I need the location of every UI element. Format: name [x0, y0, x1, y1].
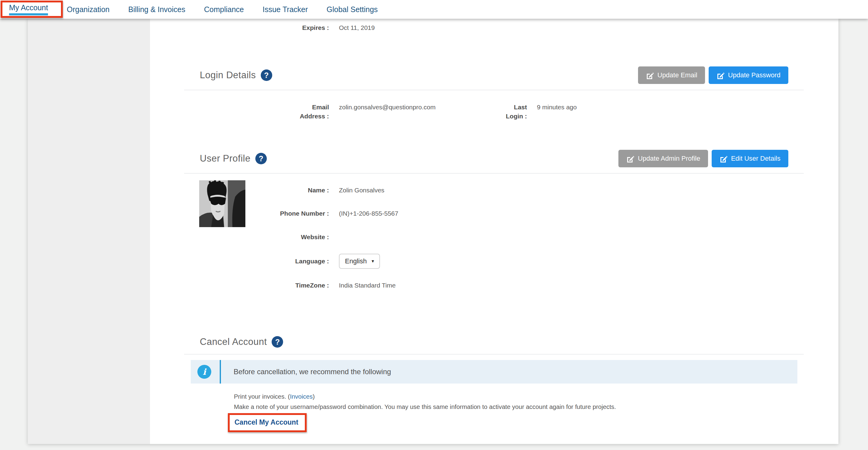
question-circle-icon[interactable]: ? — [272, 336, 283, 348]
update-admin-profile-button[interactable]: Update Admin Profile — [618, 150, 708, 167]
tab-organization-label: Organization — [67, 5, 110, 14]
settings-sidebar — [28, 19, 150, 444]
email-address-label: Email Address : — [200, 103, 329, 121]
cancel-account-header: Cancel Account ? — [200, 333, 788, 351]
my-account-content: Expires : Oct 11, 2019 Login Details ? U… — [150, 19, 838, 444]
timezone-value: India Standard Time — [339, 281, 788, 290]
tab-compliance[interactable]: Compliance — [204, 0, 244, 19]
language-label: Language : — [200, 257, 329, 266]
phone-number-label: Phone Number : — [200, 209, 329, 218]
user-profile-title: User Profile — [200, 153, 250, 164]
edit-user-details-label: Edit User Details — [731, 155, 780, 162]
login-details-fields: Email Address : zolin.gonsalves@question… — [200, 103, 788, 121]
name-row: Name : Zolin Gonsalves — [200, 186, 788, 195]
chevron-down-icon: ▾ — [372, 257, 374, 266]
print-invoices-text: Print your invoices. ( — [234, 393, 290, 400]
login-details-header: Login Details ? Update Email — [200, 66, 788, 84]
cancellation-info-bar: i Before cancellation, we recommend the … — [191, 360, 797, 384]
login-details-divider — [184, 90, 804, 90]
edit-user-details-button[interactable]: Edit User Details — [712, 150, 788, 167]
user-profile-divider — [184, 173, 804, 174]
tab-compliance-label: Compliance — [204, 5, 244, 14]
user-profile-header: User Profile ? Update Admin Profile — [200, 150, 788, 168]
update-admin-profile-label: Update Admin Profile — [638, 155, 700, 162]
tab-billing-invoices-label: Billing & Invoices — [128, 5, 185, 14]
update-email-button[interactable]: Update Email — [638, 66, 705, 84]
expires-value: Oct 11, 2019 — [339, 23, 788, 32]
question-circle-icon[interactable]: ? — [255, 153, 267, 164]
tab-global-settings[interactable]: Global Settings — [327, 0, 378, 19]
cancel-my-account-link[interactable]: Cancel My Account — [235, 418, 298, 426]
name-label: Name : — [200, 186, 329, 195]
timezone-row: TimeZone : India Standard Time — [200, 281, 788, 290]
cancellation-recommendations: Print your invoices. (Invoices) Make a n… — [234, 391, 616, 412]
edit-pencil-square-icon — [646, 71, 654, 79]
website-label: Website : — [200, 233, 329, 242]
language-dropdown-value: English — [345, 257, 367, 266]
website-row: Website : — [200, 233, 788, 242]
username-password-note: Make a note of your username/password co… — [234, 402, 616, 412]
timezone-label: TimeZone : — [200, 281, 329, 290]
update-email-label: Update Email — [657, 71, 697, 79]
edit-pencil-square-icon — [716, 71, 724, 79]
cancel-account-divider — [184, 354, 804, 355]
question-circle-icon[interactable]: ? — [261, 69, 272, 81]
info-bar-heading: Before cancellation, we recommend the fo… — [234, 367, 391, 376]
tab-my-account-label: My Account — [9, 3, 48, 16]
phone-number-value: (IN)+1-206-855-5567 — [339, 209, 788, 218]
phone-row: Phone Number : (IN)+1-206-855-5567 — [200, 209, 788, 218]
license-expires-row: Expires : Oct 11, 2019 — [200, 23, 788, 32]
update-password-label: Update Password — [728, 71, 780, 79]
settings-panel: Expires : Oct 11, 2019 Login Details ? U… — [28, 19, 838, 444]
language-dropdown[interactable]: English ▾ — [339, 254, 380, 269]
tab-issue-tracker[interactable]: Issue Tracker — [262, 0, 308, 19]
info-circle-icon: i — [197, 365, 211, 379]
language-row: Language : English ▾ — [200, 254, 788, 269]
tab-issue-tracker-label: Issue Tracker — [262, 5, 308, 14]
email-address-value: zolin.gonsalves@questionpro.com — [339, 103, 469, 112]
last-login-label: Last Login : — [479, 103, 527, 121]
invoices-link[interactable]: Invoices — [290, 393, 313, 400]
print-invoices-text-suffix: ) — [313, 393, 315, 400]
edit-pencil-square-icon — [719, 155, 727, 162]
name-value: Zolin Gonsalves — [339, 186, 788, 195]
tab-global-settings-label: Global Settings — [327, 5, 378, 14]
tab-my-account[interactable]: My Account — [9, 0, 48, 19]
print-invoices-line: Print your invoices. (Invoices) — [234, 391, 616, 402]
tab-organization[interactable]: Organization — [67, 0, 110, 19]
top-navbar: My Account Organization Billing & Invoic… — [0, 0, 868, 19]
info-bar-divider — [220, 360, 221, 384]
cancel-account-title: Cancel Account — [200, 336, 267, 347]
edit-pencil-square-icon — [626, 155, 634, 162]
login-details-title: Login Details — [200, 70, 256, 81]
expires-label: Expires : — [200, 23, 329, 32]
last-login-value: 9 minutes ago — [537, 103, 788, 112]
annotation-box-cancel-my-account: Cancel My Account — [228, 413, 307, 432]
tab-billing-invoices[interactable]: Billing & Invoices — [128, 0, 185, 19]
update-password-button[interactable]: Update Password — [709, 66, 788, 84]
